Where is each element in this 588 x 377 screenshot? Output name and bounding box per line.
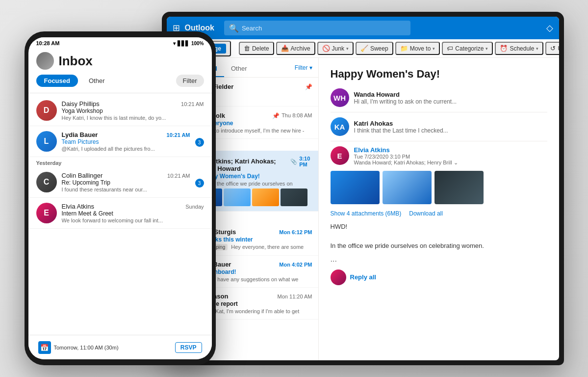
elvia-avatar: E xyxy=(331,146,349,165)
tab-other[interactable]: Other xyxy=(224,62,254,77)
junk-icon: 🚫 xyxy=(322,45,330,52)
sweep-label: Sweep xyxy=(370,45,388,52)
rsvp-button[interactable]: RSVP xyxy=(175,342,202,353)
pin-icon: 📌 xyxy=(272,112,280,119)
phone-inbox-title: Inbox xyxy=(59,54,93,69)
attachment-actions: Show 4 attachments (6MB) Download all xyxy=(331,210,547,217)
search-input: Search xyxy=(242,25,262,32)
unread-badge: 3 xyxy=(195,138,204,147)
sender-avatar: WH xyxy=(331,88,349,107)
attachment-thumbnail[interactable] xyxy=(435,171,484,204)
junk-label: Junk xyxy=(332,45,344,52)
mail-time: 10:21 AM xyxy=(181,101,204,107)
archive-label: Archive xyxy=(291,45,310,52)
reply-all-button[interactable]: Reply all xyxy=(350,273,376,281)
unread-badge: 3 xyxy=(195,179,204,188)
mail-time: 3:10 PM xyxy=(299,156,312,167)
archive-icon: 📥 xyxy=(281,45,289,52)
sender-name: Katri Ahokas xyxy=(354,120,547,127)
phone-tab-other[interactable]: Other xyxy=(82,75,112,87)
schedule-label: Schedule xyxy=(510,45,534,52)
avatar: C xyxy=(36,172,57,192)
download-all-link[interactable]: Download all xyxy=(409,210,443,217)
pin-icon: 📌 xyxy=(305,83,312,90)
filter-button[interactable]: Filter ▾ xyxy=(295,64,312,75)
phone-mail-item[interactable]: E Elvia Atkins Sunday Intern Meet & Gree… xyxy=(28,198,212,229)
schedule-button[interactable]: ⏰ Schedule ▾ xyxy=(495,42,543,55)
attachment-thumbnail[interactable] xyxy=(383,171,432,204)
mail-subject: Re: Upcoming Trip xyxy=(62,179,190,186)
sender-row: KA Katri Ahokas I think that the Last ti… xyxy=(331,117,547,141)
search-icon: 🔍 xyxy=(229,24,239,33)
mail-time: Sunday xyxy=(185,204,204,210)
mail-subject: Intern Meet & Greet xyxy=(62,210,204,217)
thumbnail xyxy=(252,188,279,206)
thumbnail xyxy=(281,188,307,206)
outlook-navbar: ⊞ Outlook 🔍 Search ◇ xyxy=(167,17,559,39)
move-icon: 📁 xyxy=(400,45,408,52)
attachment-thumbnail[interactable] xyxy=(331,171,380,204)
body-line2: In the office we pride ourselves on cele… xyxy=(331,241,547,251)
message-date: Tue 7/23/2020 3:10 PM xyxy=(354,154,547,160)
sender-preview: I think that the Last time I checked... xyxy=(354,127,547,134)
show-attachments-link[interactable]: Show 4 attachments (6MB) xyxy=(331,210,402,217)
sender-avatar: KA xyxy=(331,117,349,136)
phone-mail-item[interactable]: L Lydia Bauer 10:21 AM Team Pictures @Ka… xyxy=(28,126,212,157)
sender-name: Elvia Atkins xyxy=(62,203,94,210)
calendar-icon: 📅 xyxy=(38,341,51,354)
signal-icon: ▋▋▋ xyxy=(178,41,189,46)
junk-button[interactable]: 🚫 Junk ▾ xyxy=(317,42,354,55)
body-ellipsis: ... xyxy=(331,255,547,264)
mail-preview: We look forward to welcoming our fall in… xyxy=(62,217,204,223)
avatar: D xyxy=(36,100,57,121)
sender-name: Lydia Bauer xyxy=(62,131,98,138)
section-label: Yesterday xyxy=(28,157,212,167)
message-sender: Elvia Atkins xyxy=(354,146,547,154)
attachment-icon: 📎 xyxy=(290,159,297,165)
reminder-text: Tomorrow, 11:00 AM (30m) xyxy=(54,345,119,350)
outlook-toolbar: New message 🗑 Delete 📥 Archive 🚫 Junk ▾ xyxy=(167,39,559,58)
schedule-icon: ⏰ xyxy=(500,45,508,52)
chevron-icon: ▾ xyxy=(346,46,349,51)
reply-row: Reply all xyxy=(331,269,547,285)
outlook-main: Focused Other Filter ▾ IF xyxy=(167,58,559,360)
move-to-button[interactable]: 📁 Move to ▾ xyxy=(395,42,440,55)
sender-row: WH Wanda Howard Hi all, I'm writing to a… xyxy=(331,88,547,112)
delete-button[interactable]: 🗑 Delete xyxy=(239,42,274,55)
mail-preview: @Katri, I uploaded all the pictures fro.… xyxy=(62,146,190,152)
mail-time: 10:21 AM xyxy=(167,173,190,179)
phone-user-avatar xyxy=(36,52,54,70)
phone-tab-filter[interactable]: Filter xyxy=(176,75,204,87)
mail-time: Mon 11:20 AM xyxy=(278,294,312,299)
phone-bottom-bar: 📅 Tomorrow, 11:00 AM (30m) RSVP xyxy=(28,335,212,359)
mail-preview: Hey Katri, I know this is last minute, d… xyxy=(62,115,204,121)
mail-time: 10:21 AM xyxy=(167,132,190,138)
phone-mail-item[interactable]: D Daisy Phillips 10:21 AM Yoga Workshop … xyxy=(28,95,212,126)
phone-mail-item[interactable]: C Colin Ballinger 10:21 AM Re: Upcoming … xyxy=(28,167,212,198)
expand-icon[interactable]: ⌄ xyxy=(454,160,458,165)
archive-button[interactable]: 📥 Archive xyxy=(276,42,315,55)
phone-mail-list: D Daisy Phillips 10:21 AM Yoga Workshop … xyxy=(28,95,212,335)
phone-tab-focused[interactable]: Focused xyxy=(36,75,78,87)
chevron-icon: ▾ xyxy=(536,46,538,51)
body-line1: HWD! xyxy=(331,222,547,232)
message-recipients: Wanda Howard; Katri Ahokas; Henry Brill … xyxy=(354,160,547,166)
categorize-button[interactable]: 🏷 Categorize ▾ xyxy=(442,42,493,55)
undo-button[interactable]: ↺ Undo xyxy=(545,42,559,55)
email-subject: Happy Women's Day! xyxy=(331,68,547,81)
search-box[interactable]: 🔍 Search xyxy=(224,21,410,35)
mail-subject: Yoga Workshop xyxy=(62,108,204,114)
sender-name: Wanda Howard xyxy=(354,91,547,98)
delete-icon: 🗑 xyxy=(244,45,250,52)
categorize-label: Categorize xyxy=(455,45,484,52)
mail-time: Mon 4:02 PM xyxy=(279,262,312,268)
mail-time: Mon 6:12 PM xyxy=(279,229,312,235)
sweep-button[interactable]: 🧹 Sweep xyxy=(356,42,393,55)
email-body: HWD! In the office we pride ourselves on… xyxy=(331,222,547,251)
chevron-icon: ▾ xyxy=(486,46,488,51)
mail-subject: Team Pictures xyxy=(62,138,190,145)
reply-avatar xyxy=(331,269,346,285)
categorize-icon: 🏷 xyxy=(447,45,453,52)
wifi-icon: ▾ xyxy=(173,41,176,46)
premium-icon[interactable]: ◇ xyxy=(546,23,553,33)
